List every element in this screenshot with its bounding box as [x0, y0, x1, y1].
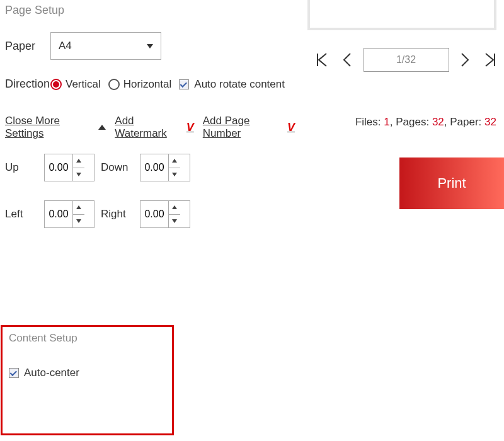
margin-left-spinbox[interactable]: [44, 200, 94, 228]
first-page-button[interactable]: [313, 50, 331, 70]
margin-down-decrease[interactable]: [169, 168, 180, 181]
first-page-icon: [316, 52, 328, 67]
margin-down-input[interactable]: [140, 154, 168, 181]
margin-up-increase[interactable]: [73, 154, 84, 168]
check-icon: [10, 369, 17, 376]
radio-unchecked-icon: [108, 79, 120, 90]
expand-icon: V: [186, 121, 194, 134]
auto-rotate-checkbox[interactable]: Auto rotate content: [179, 78, 285, 91]
paper-label: Paper: [5, 40, 50, 53]
page-indicator[interactable]: 1/32: [364, 48, 449, 72]
arrow-up-icon: [76, 205, 81, 209]
direction-label: Direction: [5, 77, 50, 91]
last-page-button[interactable]: [481, 50, 499, 70]
chevron-up-icon: [98, 125, 106, 130]
direction-horizontal-radio[interactable]: Horizontal: [108, 78, 172, 91]
page-setup-title: Page Setup: [5, 4, 295, 17]
margin-up-spinbox[interactable]: [44, 154, 94, 181]
pages-label: Pages:: [396, 116, 429, 128]
margin-left-input[interactable]: [45, 201, 72, 227]
expand-icon: V: [287, 121, 295, 134]
last-page-icon: [484, 52, 496, 67]
auto-center-label: Auto-center: [24, 367, 79, 379]
margin-right-spinbox[interactable]: [140, 200, 190, 228]
add-watermark-label: Add Watermark: [115, 115, 182, 140]
direction-horizontal-label: Horizontal: [123, 78, 172, 91]
radio-checked-icon: [50, 79, 62, 90]
arrow-up-icon: [172, 159, 177, 163]
margin-down-increase[interactable]: [169, 154, 180, 168]
margin-left-decrease[interactable]: [73, 215, 84, 228]
chevron-down-icon: [147, 44, 153, 49]
chevron-right-icon: [460, 52, 470, 67]
close-more-settings-label: Close More Settings: [5, 115, 93, 140]
arrow-down-icon: [172, 173, 177, 176]
arrow-down-icon: [76, 219, 81, 223]
close-more-settings-link[interactable]: Close More Settings: [5, 115, 106, 140]
content-setup-section: Content Setup Auto-center: [1, 325, 174, 435]
pages-value: 32: [432, 116, 444, 128]
content-setup-title: Content Setup: [9, 332, 166, 345]
prev-page-button[interactable]: [340, 50, 355, 70]
preview-frame: [307, 0, 496, 30]
margin-up-label: Up: [5, 161, 38, 174]
arrow-down-icon: [172, 219, 177, 223]
margin-left-label: Left: [5, 208, 38, 220]
arrow-up-icon: [76, 159, 81, 163]
auto-center-checkbox[interactable]: Auto-center: [9, 367, 79, 379]
direction-vertical-radio[interactable]: Vertical: [50, 78, 101, 91]
files-label: Files:: [355, 116, 381, 128]
margin-down-spinbox[interactable]: [140, 154, 190, 181]
add-page-number-link[interactable]: Add Page Number V: [203, 115, 295, 140]
next-page-button[interactable]: [457, 50, 472, 70]
paper-select[interactable]: A4: [50, 32, 161, 60]
direction-vertical-label: Vertical: [66, 78, 101, 91]
add-page-number-label: Add Page Number: [203, 115, 284, 140]
margin-right-input[interactable]: [140, 201, 168, 227]
margin-up-input[interactable]: [45, 154, 72, 181]
arrow-up-icon: [172, 205, 177, 209]
margin-right-label: Right: [101, 208, 134, 220]
paper-count-label: Paper:: [450, 116, 481, 128]
auto-rotate-label: Auto rotate content: [194, 78, 285, 91]
arrow-down-icon: [76, 173, 81, 176]
add-watermark-link[interactable]: Add Watermark V: [115, 115, 193, 140]
check-icon: [180, 80, 187, 87]
margin-down-label: Down: [101, 161, 134, 174]
margin-right-increase[interactable]: [169, 201, 180, 215]
paper-count-value: 32: [484, 116, 496, 128]
margin-right-decrease[interactable]: [169, 215, 180, 228]
margin-left-increase[interactable]: [73, 201, 84, 215]
summary: Files: 1, Pages: 32, Paper: 32: [355, 116, 496, 129]
pager: 1/32: [313, 48, 499, 72]
paper-value: A4: [59, 40, 72, 52]
print-button[interactable]: Print: [399, 158, 504, 209]
chevron-left-icon: [342, 52, 352, 67]
files-value: 1: [384, 116, 389, 128]
margin-up-decrease[interactable]: [73, 168, 84, 181]
